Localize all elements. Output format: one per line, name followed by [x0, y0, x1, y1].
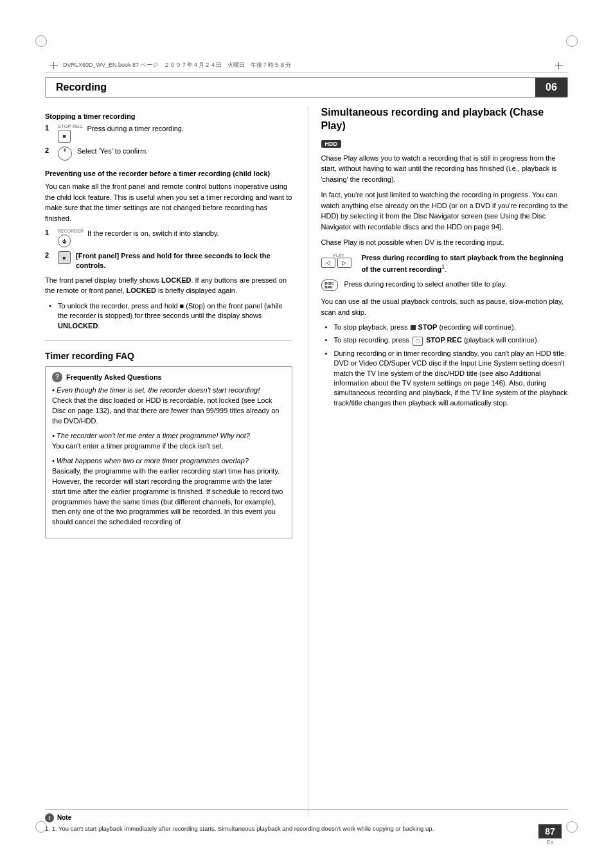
- child-lock-step1-num: 1: [45, 229, 54, 236]
- crosshair-icon-right: [555, 62, 563, 69]
- faq-item-2: • The recorder won't let me enter a time…: [52, 432, 285, 452]
- stop-square-icon: ■: [58, 251, 71, 264]
- play-bullet-bold: Press during recording to start playback…: [362, 254, 564, 273]
- play-forward-icon: ▷: [337, 258, 351, 268]
- child-lock-step2-num: 2: [45, 251, 54, 259]
- body2-text: Chase Play is not possible when DV is th…: [321, 237, 569, 248]
- body3-text: You can use all the usual playback contr…: [321, 296, 569, 317]
- note-title: ! Note: [45, 813, 568, 822]
- locked-description: The front panel display briefly shows LO…: [45, 275, 292, 296]
- note-text-content: 1. You can't start playback immediately …: [52, 825, 434, 832]
- faq-a3: Basically, the programme with the earlie…: [52, 466, 285, 528]
- stop-label: STOP: [418, 323, 438, 331]
- child-lock-step2: 2 ■ [Front panel] Press and hold for thr…: [45, 251, 292, 271]
- child-lock-heading: Preventing use of the recorder before a …: [45, 170, 292, 177]
- faq-q1: • Even though the timer is set, the reco…: [52, 386, 285, 394]
- faq-q2: • The recorder won't let me enter a time…: [52, 432, 285, 439]
- stop-square-inline: [411, 325, 416, 330]
- faq-item-3: • What happens when two or more timer pr…: [52, 457, 285, 528]
- faq-item-1: • Even though the timer is set, the reco…: [52, 386, 285, 427]
- step-2-text: Select 'Yes' to confirm.: [77, 146, 148, 156]
- tv-system-bullet: • During recording or in timer recording…: [321, 349, 569, 408]
- page-num-box: 87: [538, 824, 562, 838]
- faq-box: ? Frequently Asked Questions • Even thou…: [45, 366, 292, 538]
- play-back-icon: ◁: [321, 258, 335, 268]
- intro-text: Chase Play allows you to watch a recordi…: [321, 153, 569, 185]
- locked-text2: LOCKED: [127, 287, 156, 294]
- child-lock-section: Preventing use of the recorder before a …: [45, 170, 292, 331]
- crosshair-icon: [50, 62, 58, 69]
- stopping-timer-section: Stopping a timer recording 1 STOP REC Pr…: [45, 112, 292, 161]
- faq-a1: Check that the disc loaded or HDD is rec…: [52, 396, 285, 427]
- stopping-timer-heading: Stopping a timer recording: [45, 112, 292, 120]
- stop-recording-text: To stop recording, press □ STOP REC (pla…: [334, 335, 539, 345]
- dial-icon: [58, 146, 72, 161]
- recorder-label: RECORDER: [58, 229, 84, 233]
- page-number-block: 87 En: [538, 824, 562, 846]
- bullet-dot-1: •: [325, 323, 332, 331]
- step-2-row: 2 Select 'Yes' to confirm.: [45, 146, 292, 161]
- header-text: DVRLX60D_WV_EN.book 87 ページ ２００７年４月２４日 火曜…: [63, 61, 550, 69]
- unlocked-text: UNLOCKED: [58, 322, 98, 330]
- step-1-text: Press during a timer recording.: [87, 124, 184, 134]
- hdd-badge: HDD: [321, 140, 342, 148]
- locked-text1: LOCKED: [161, 276, 191, 284]
- stop-rec-inline-icon: □: [413, 337, 423, 346]
- stop-rec-label-text: STOP REC: [426, 336, 462, 344]
- unlock-text: To unlock the recorder, press and hold ■…: [58, 301, 292, 331]
- play-bullet-row: PLAY ◁ ▷ Press during recording to start…: [321, 253, 569, 274]
- step-1-num: 1: [45, 124, 54, 132]
- navigator-icon: DISCNAV: [321, 279, 338, 291]
- child-lock-step2-bold: [Front panel] Press and hold for three s…: [76, 252, 271, 269]
- corner-mark-tl: [35, 35, 47, 47]
- note-icon: !: [45, 813, 54, 822]
- stop-button-icon: [58, 130, 71, 143]
- note-bar: ! Note 1. 1. You can't start playback im…: [45, 809, 568, 833]
- unlock-bullet: • To unlock the recorder, press and hold…: [45, 301, 292, 331]
- faq-title: ? Frequently Asked Questions: [52, 372, 285, 382]
- stop-recording-bullet: • To stop recording, press □ STOP REC (p…: [321, 335, 569, 345]
- faq-a2: You can't enter a timer programme if the…: [52, 441, 285, 452]
- simultaneous-heading: Simultaneous recording and playback (Cha…: [321, 106, 569, 133]
- nav-bullet-row: DISCNAV Press during recording to select…: [321, 279, 569, 291]
- child-lock-body1: You can make all the front panel and rem…: [45, 181, 292, 224]
- corner-mark-tr: [566, 35, 578, 47]
- title-bar: Recording 06: [45, 77, 568, 98]
- bullet-dot-3: •: [325, 350, 332, 357]
- note-label: Note: [57, 814, 71, 821]
- stop-rec-label: STOP REC: [58, 124, 84, 128]
- child-lock-step1-text: If the recorder is on, switch it into st…: [87, 229, 219, 238]
- faq-q1-text: Even though the timer is set, the record…: [57, 386, 260, 394]
- faq-q3: • What happens when two or more timer pr…: [52, 457, 285, 465]
- faq-q3-text: What happens when two or more timer prog…: [57, 457, 249, 465]
- bullet-dot: •: [49, 302, 55, 310]
- superscript-1: 1: [441, 263, 445, 270]
- faq-title-text: Frequently Asked Questions: [66, 373, 162, 381]
- nav-bullet-text: Press during recording to select another…: [344, 279, 507, 289]
- faq-icon: ?: [52, 372, 62, 382]
- page-title: Recording: [46, 82, 535, 93]
- tv-system-text: During recording or in timer recording s…: [334, 349, 569, 408]
- faq-section: Timer recording FAQ ? Frequently Asked Q…: [45, 351, 292, 538]
- header-bar: DVRLX60D_WV_EN.book 87 ページ ２００７年４月２４日 火曜…: [45, 61, 568, 73]
- recorder-button-icon: ⏻: [58, 235, 71, 247]
- faq-q2-text: The recorder won't let me enter a timer …: [57, 432, 250, 439]
- right-column: Simultaneous recording and playback (Cha…: [308, 106, 569, 817]
- play-badge-label: PLAY: [321, 253, 357, 258]
- play-bullet-text: Press during recording to start playback…: [362, 253, 569, 274]
- bullet-dot-2: •: [325, 336, 332, 344]
- body1-text: In fact, you're not just limited to watc…: [321, 190, 569, 232]
- step-1-row: 1 STOP REC Press during a timer recordin…: [45, 124, 292, 143]
- page-lang: En: [546, 839, 553, 846]
- chapter-number: 06: [535, 78, 567, 97]
- note-text: 1. 1. You can't start playback immediate…: [45, 824, 568, 833]
- child-lock-step1: 1 RECORDER ⏻ If the recorder is on, swit…: [45, 229, 292, 247]
- left-column: Stopping a timer recording 1 STOP REC Pr…: [45, 106, 292, 817]
- content-area: Stopping a timer recording 1 STOP REC Pr…: [45, 106, 568, 817]
- play-icon-wrap: ◁ ▷: [321, 258, 351, 268]
- stop-playback-bullet: • To stop playback, press STOP (recordin…: [321, 323, 569, 332]
- child-lock-step2-text: [Front panel] Press and hold for three s…: [76, 251, 292, 271]
- section-divider: [45, 340, 292, 341]
- stop-playback-text: To stop playback, press STOP (recording …: [334, 323, 516, 332]
- step-2-num: 2: [45, 146, 54, 154]
